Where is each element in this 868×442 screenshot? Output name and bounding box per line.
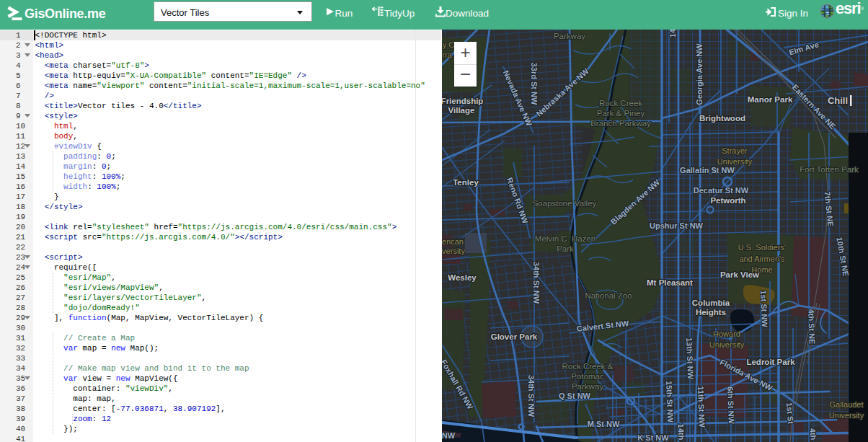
- svg-text:14: 14: [668, 30, 677, 37]
- svg-text:Strayer: Strayer: [722, 146, 748, 155]
- svg-text:Melvin C. Hazen: Melvin C. Hazen: [535, 234, 595, 243]
- svg-text:Chill: Chill: [828, 95, 848, 106]
- svg-text:U.S. Soldiers': U.S. Soldiers': [738, 243, 786, 252]
- svg-text:erican: erican: [442, 237, 464, 246]
- svg-text:Park: Park: [557, 244, 574, 253]
- svg-text:Wesley: Wesley: [448, 273, 477, 282]
- svg-text:M St NW: M St NW: [588, 420, 620, 428]
- svg-text:Parkway: Parkway: [554, 32, 585, 40]
- svg-text:34th St NW: 34th St NW: [532, 262, 541, 304]
- svg-text:Heights: Heights: [696, 308, 726, 317]
- svg-text:Rock Creek: Rock Creek: [599, 99, 642, 107]
- svg-text:Gallatin St NW: Gallatin St NW: [680, 166, 735, 174]
- svg-text:Rock Creek &: Rock Creek &: [562, 362, 614, 371]
- svg-text:33rd St NW: 33rd St NW: [530, 63, 539, 105]
- svg-text:34th St NW: 34th St NW: [527, 375, 536, 417]
- svg-text:Parkway: Parkway: [572, 382, 603, 391]
- svg-text:Brightwood: Brightwood: [699, 114, 745, 123]
- svg-text:Friendship: Friendship: [442, 97, 483, 105]
- svg-text:Fort Totten Park: Fort Totten Park: [800, 165, 859, 174]
- svg-text:y C: y C: [443, 40, 455, 49]
- svg-text:rra: rra: [442, 50, 452, 59]
- svg-text:National Zoo: National Zoo: [585, 291, 632, 300]
- svg-text:14th: 14th: [677, 423, 686, 440]
- svg-text:Decatur St NW: Decatur St NW: [694, 186, 749, 195]
- svg-text:Village: Village: [448, 106, 475, 115]
- svg-text:and Airmen's: and Airmen's: [739, 255, 785, 263]
- svg-text:Q St NW: Q St NW: [559, 392, 591, 400]
- svg-text:6th St NW: 6th St NW: [726, 386, 736, 425]
- svg-text:Georgia Ave NW: Georgia Ave NW: [695, 43, 704, 105]
- svg-text:K St NW: K St NW: [637, 433, 669, 442]
- svg-text:NW: NW: [442, 431, 456, 440]
- svg-text:15th St NW: 15th St NW: [665, 381, 675, 423]
- svg-text:versity: versity: [442, 247, 465, 255]
- svg-text:University: University: [709, 340, 745, 349]
- svg-text:Potomac: Potomac: [571, 372, 604, 381]
- svg-text:Gallaudet: Gallaudet: [829, 400, 863, 409]
- svg-text:Ledroit Park: Ledroit Park: [746, 358, 795, 366]
- svg-text:Howard: Howard: [713, 330, 740, 338]
- svg-text:University: University: [717, 157, 753, 166]
- svg-text:4th St NE: 4th St NE: [807, 309, 817, 344]
- svg-text:4th: 4th: [808, 428, 818, 441]
- svg-text:University: University: [829, 411, 864, 420]
- svg-text:Home: Home: [751, 265, 772, 274]
- svg-text:Petworth: Petworth: [710, 196, 745, 205]
- svg-text:Upshur St NW: Upshur St NW: [650, 221, 704, 230]
- svg-text:Park & Piney: Park & Piney: [597, 109, 645, 118]
- svg-text:13th St NW: 13th St NW: [685, 337, 695, 380]
- svg-text:Glover Park: Glover Park: [491, 332, 538, 341]
- svg-text:Tenley: Tenley: [453, 178, 479, 187]
- svg-text:1st St NW: 1st St NW: [759, 290, 769, 327]
- svg-text:Columbia: Columbia: [692, 299, 730, 307]
- svg-text:Manor Park: Manor Park: [748, 95, 793, 104]
- svg-text:Branch Parkway: Branch Parkway: [590, 119, 651, 128]
- svg-text:11th St NW: 11th St NW: [696, 386, 707, 428]
- svg-text:Mt Pleasant: Mt Pleasant: [647, 278, 693, 287]
- svg-text:Soapstone Valley: Soapstone Valley: [533, 199, 597, 208]
